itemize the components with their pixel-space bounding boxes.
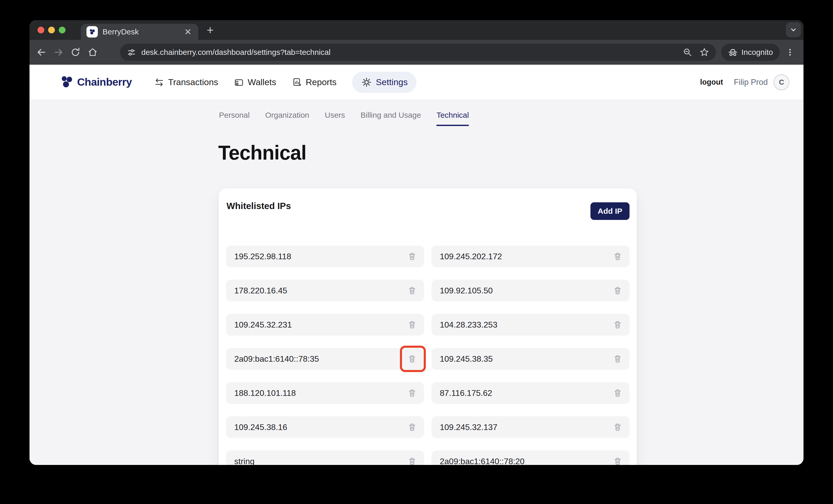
tab-billing-and-usage[interactable]: Billing and Usage — [361, 111, 421, 126]
user-area: logout Filip Prod C — [700, 74, 789, 90]
avatar[interactable]: C — [774, 74, 789, 90]
whitelisted-ips-card: Whitelisted IPs Add IP 195.252.98.118109… — [219, 188, 637, 465]
ip-address: 104.28.233.253 — [440, 320, 497, 330]
trash-icon — [613, 354, 622, 363]
trash-icon — [407, 423, 417, 432]
ip-row: 188.120.101.118 — [226, 382, 424, 404]
ip-row: 104.28.233.253 — [431, 314, 629, 335]
ip-row: 109.245.38.35 — [431, 348, 629, 370]
ip-row: string — [226, 450, 424, 465]
bookmark-star-icon[interactable] — [699, 47, 709, 57]
delete-ip-button[interactable] — [611, 352, 625, 366]
trash-icon — [613, 252, 622, 261]
delete-ip-button[interactable] — [405, 283, 419, 298]
back-button[interactable] — [36, 47, 47, 57]
minimize-window-button[interactable] — [48, 27, 55, 33]
ip-address: 2a09:bac1:6140::78:20 — [440, 457, 524, 465]
delete-ip-button[interactable] — [611, 283, 625, 298]
trash-icon — [407, 320, 417, 329]
delete-ip-button[interactable] — [611, 249, 625, 263]
wallet-icon — [234, 77, 244, 87]
berrydesk-favicon-icon — [87, 26, 98, 37]
ip-address: string — [234, 457, 255, 465]
main-nav: Transactions Wallets — [154, 72, 416, 93]
close-tab-icon[interactable]: ✕ — [183, 27, 193, 36]
url-text[interactable]: desk.chainberry.com/dashboard/settings?t… — [141, 48, 331, 57]
ip-address: 87.116.175.62 — [440, 388, 492, 398]
tab-personal[interactable]: Personal — [219, 111, 249, 126]
delete-ip-button[interactable] — [405, 386, 419, 400]
delete-ip-button[interactable] — [611, 420, 625, 434]
logout-button[interactable]: logout — [700, 78, 723, 86]
browser-tab-berrydesk[interactable]: BerryDesk ✕ — [81, 24, 198, 40]
trash-icon — [407, 354, 417, 363]
forward-button[interactable] — [53, 47, 64, 57]
delete-ip-button[interactable] — [611, 318, 625, 332]
delete-ip-button[interactable] — [405, 249, 419, 263]
close-window-button[interactable] — [38, 27, 44, 33]
trash-icon — [407, 286, 417, 295]
trash-icon — [613, 457, 622, 465]
ip-row: 109.245.32.231 — [226, 314, 424, 335]
tab-users[interactable]: Users — [325, 111, 345, 126]
nav-item-transactions[interactable]: Transactions — [154, 77, 218, 87]
browser-window: BerryDesk ✕ + — [29, 20, 804, 465]
nav-item-settings[interactable]: Settings — [352, 72, 416, 93]
delete-ip-button[interactable] — [611, 386, 625, 400]
delete-ip-button[interactable] — [405, 352, 419, 366]
new-tab-button[interactable]: + — [204, 23, 217, 37]
ip-address: 109.245.32.231 — [234, 320, 292, 330]
home-icon — [88, 47, 98, 57]
home-button[interactable] — [88, 47, 98, 57]
three-dots-icon — [785, 48, 795, 57]
tab-technical[interactable]: Technical — [436, 111, 469, 126]
ip-row: 178.220.16.45 — [226, 280, 424, 301]
nav-item-wallets[interactable]: Wallets — [234, 77, 276, 87]
ip-address: 109.245.38.35 — [440, 354, 493, 364]
delete-ip-button[interactable] — [405, 420, 419, 434]
arrow-left-icon — [36, 47, 47, 57]
reload-button[interactable] — [70, 47, 81, 57]
delete-ip-button[interactable] — [405, 318, 419, 332]
tab-search-button[interactable] — [786, 22, 801, 37]
nav-label: Wallets — [248, 77, 276, 87]
ip-row: 109.245.38.16 — [226, 416, 424, 438]
trash-icon — [613, 423, 622, 432]
browser-tabstrip: BerryDesk ✕ + — [29, 20, 804, 40]
ip-row: 2a09:bac1:6140::78:35 — [226, 348, 424, 370]
tab-title: BerryDesk — [102, 27, 183, 36]
ip-address: 109.92.105.50 — [440, 286, 493, 296]
berry-logo-icon — [60, 75, 75, 90]
chainberry-logo[interactable]: Chainberry — [60, 75, 132, 90]
ip-row: 2a09:bac1:6140::78:20 — [431, 450, 629, 465]
fullscreen-window-button[interactable] — [59, 27, 66, 33]
tab-organization[interactable]: Organization — [265, 111, 309, 126]
delete-ip-button[interactable] — [611, 454, 625, 465]
browser-menu-button[interactable] — [784, 47, 796, 58]
ip-row: 109.245.202.172 — [431, 246, 629, 267]
nav-item-reports[interactable]: Reports — [292, 77, 336, 87]
ip-row: 109.92.105.50 — [431, 280, 629, 301]
ip-address: 188.120.101.118 — [234, 388, 296, 398]
zoom-out-icon[interactable] — [683, 48, 692, 57]
arrow-right-icon — [53, 47, 64, 57]
nav-label: Transactions — [168, 77, 218, 87]
add-ip-button[interactable]: Add IP — [591, 202, 629, 220]
ip-address: 109.245.32.137 — [440, 423, 497, 432]
url-bar[interactable]: desk.chainberry.com/dashboard/settings?t… — [120, 44, 716, 61]
settings-tabs: Personal Organization Users Billing and … — [219, 111, 469, 126]
ip-address: 195.252.98.118 — [234, 252, 291, 261]
macos-traffic-lights — [38, 27, 66, 33]
site-settings-icon[interactable] — [127, 48, 136, 57]
reload-icon — [70, 47, 81, 57]
delete-ip-button[interactable] — [405, 454, 419, 465]
trash-icon — [613, 388, 622, 398]
screenshot-stage: BerryDesk ✕ + — [0, 0, 833, 504]
ip-grid: 195.252.98.118109.245.202.172178.220.16.… — [226, 246, 629, 465]
chevron-down-icon — [789, 25, 798, 34]
report-icon — [292, 77, 302, 87]
app-navbar: Chainberry Transactions — [29, 65, 804, 100]
ip-address: 109.245.38.16 — [234, 423, 287, 432]
ip-address: 109.245.202.172 — [440, 252, 502, 261]
trash-icon — [613, 286, 622, 295]
